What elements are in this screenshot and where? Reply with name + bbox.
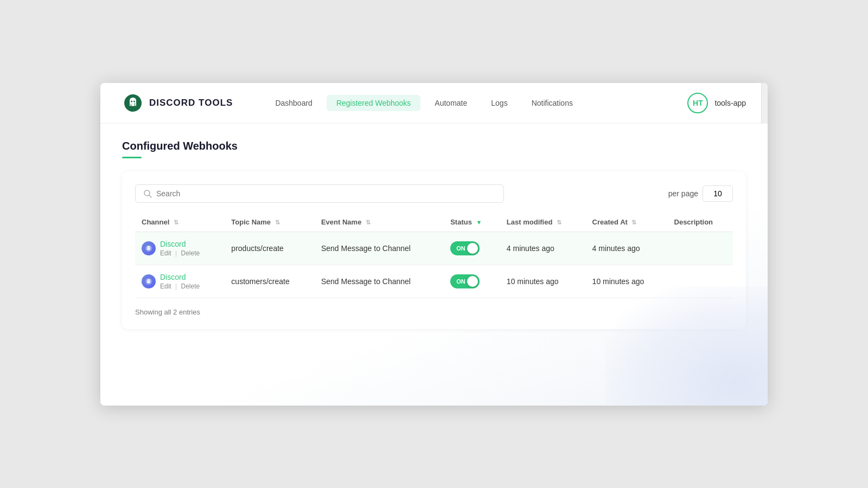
cell-last-modified-1: 10 minutes ago xyxy=(500,265,586,298)
nav-item-logs[interactable]: Logs xyxy=(481,95,517,111)
svg-rect-14 xyxy=(148,281,150,283)
col-created-at[interactable]: Created At ⇅ xyxy=(586,213,668,232)
cell-status-0: ON xyxy=(444,232,500,265)
webhooks-table: Channel ⇅ Topic Name ⇅ Event Name ⇅ St xyxy=(135,213,733,298)
table-body: Discord Edit | Delete products/create Se… xyxy=(135,232,733,298)
sort-icon-topic: ⇅ xyxy=(275,219,280,226)
col-event-name[interactable]: Event Name ⇅ xyxy=(315,213,444,232)
svg-point-16 xyxy=(149,280,150,281)
cell-event-1: Send Message to Channel xyxy=(315,265,444,298)
svg-point-4 xyxy=(133,100,135,102)
svg-rect-9 xyxy=(148,248,150,250)
channel-name-1: Discord xyxy=(160,273,200,281)
col-topic-name[interactable]: Topic Name ⇅ xyxy=(225,213,315,232)
cell-channel-1: Discord Edit | Delete xyxy=(135,265,225,298)
delete-link-0[interactable]: Delete xyxy=(181,249,200,257)
sort-icon-created-at: ⇅ xyxy=(631,219,636,226)
cell-created-at-1: 10 minutes ago xyxy=(586,265,668,298)
svg-point-11 xyxy=(149,247,150,248)
edit-link-0[interactable]: Edit xyxy=(160,249,171,257)
col-channel[interactable]: Channel ⇅ xyxy=(135,213,225,232)
channel-name-0: Discord xyxy=(160,240,200,248)
page-title: Configured Webhooks xyxy=(122,140,746,152)
svg-line-6 xyxy=(149,195,151,197)
nav-item-dashboard[interactable]: Dashboard xyxy=(265,95,322,111)
cell-description-1 xyxy=(668,265,733,298)
toggle-label-1: ON xyxy=(452,278,465,285)
cell-topic-1: customers/create xyxy=(225,265,315,298)
sort-icon-channel: ⇅ xyxy=(174,219,178,226)
status-toggle-1[interactable]: ON xyxy=(450,274,480,288)
main-nav: Dashboard Registered Webhooks Automate L… xyxy=(265,95,687,111)
table-row: Discord Edit | Delete products/create Se… xyxy=(135,232,733,265)
per-page-label: per page xyxy=(668,189,698,198)
table-toolbar: per page xyxy=(135,184,733,203)
svg-rect-13 xyxy=(150,281,150,283)
page-title-area: Configured Webhooks xyxy=(122,140,746,158)
title-underline xyxy=(122,157,142,158)
toggle-knob-0 xyxy=(467,243,478,254)
nav-item-notifications[interactable]: Notifications xyxy=(522,95,583,111)
discord-logo-icon xyxy=(122,92,144,114)
nav-item-automate[interactable]: Automate xyxy=(425,95,477,111)
edit-link-1[interactable]: Edit xyxy=(160,282,171,290)
svg-rect-1 xyxy=(135,103,136,106)
table-header-row: Channel ⇅ Topic Name ⇅ Event Name ⇅ St xyxy=(135,213,733,232)
cell-event-0: Send Message to Channel xyxy=(315,232,444,265)
svg-rect-8 xyxy=(150,248,150,250)
col-last-modified[interactable]: Last modified ⇅ xyxy=(500,213,586,232)
svg-point-10 xyxy=(148,247,149,248)
search-box xyxy=(135,184,504,203)
sort-icon-last-modified: ⇅ xyxy=(557,219,561,226)
logo-text: DISCORD TOOLS xyxy=(149,98,233,108)
search-icon xyxy=(143,189,152,198)
svg-point-15 xyxy=(148,280,149,281)
cell-last-modified-0: 4 minutes ago xyxy=(500,232,586,265)
channel-icon-1 xyxy=(142,274,156,288)
svg-rect-7 xyxy=(147,248,148,250)
header: DISCORD TOOLS Dashboard Registered Webho… xyxy=(100,83,768,124)
per-page-input[interactable] xyxy=(703,185,733,202)
avatar[interactable]: HT xyxy=(687,93,708,113)
svg-rect-0 xyxy=(130,103,131,106)
main-content: Configured Webhooks per page xyxy=(100,124,768,406)
cell-channel-0: Discord Edit | Delete xyxy=(135,232,225,265)
col-status[interactable]: Status ▼ xyxy=(444,213,500,232)
nav-item-registered-webhooks[interactable]: Registered Webhooks xyxy=(327,95,420,111)
status-toggle-0[interactable]: ON xyxy=(450,241,480,255)
sort-icon-status: ▼ xyxy=(476,219,482,226)
toggle-knob-1 xyxy=(467,276,478,287)
search-input[interactable] xyxy=(156,189,496,198)
channel-actions-1: Edit | Delete xyxy=(160,282,200,290)
browser-window: DISCORD TOOLS Dashboard Registered Webho… xyxy=(100,83,768,406)
cell-created-at-0: 4 minutes ago xyxy=(586,232,668,265)
logo-area: DISCORD TOOLS xyxy=(122,92,233,114)
sort-icon-event: ⇅ xyxy=(366,219,371,226)
channel-name-area-0: Discord Edit | Delete xyxy=(160,240,200,257)
channel-icon-0 xyxy=(142,241,156,255)
toggle-label-0: ON xyxy=(452,245,465,252)
delete-link-1[interactable]: Delete xyxy=(181,282,200,290)
table-footer: Showing all 2 entries xyxy=(135,308,733,316)
header-right: HT tools-app xyxy=(687,93,746,113)
cell-topic-0: products/create xyxy=(225,232,315,265)
cell-description-0 xyxy=(668,232,733,265)
app-name-label: tools-app xyxy=(714,99,746,107)
table-row: Discord Edit | Delete customers/create S… xyxy=(135,265,733,298)
table-card: per page Channel ⇅ Topic Name ⇅ xyxy=(122,171,746,329)
channel-actions-0: Edit | Delete xyxy=(160,249,200,257)
cell-status-1: ON xyxy=(444,265,500,298)
channel-name-area-1: Discord Edit | Delete xyxy=(160,273,200,290)
svg-rect-2 xyxy=(131,103,135,106)
per-page-area: per page xyxy=(668,185,733,202)
svg-rect-12 xyxy=(147,281,148,283)
col-description: Description xyxy=(668,213,733,232)
svg-point-3 xyxy=(131,100,132,102)
